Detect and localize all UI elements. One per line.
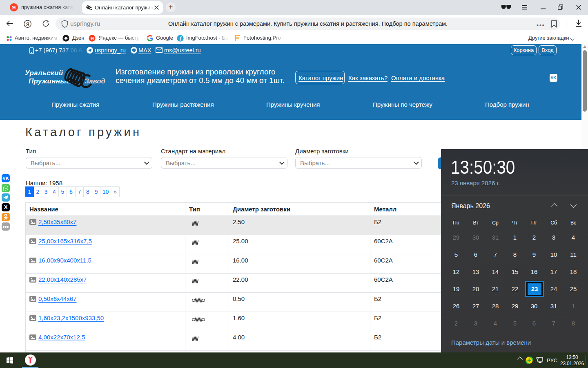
svg-text:Я: Я [26, 22, 29, 27]
svg-text:Я: Я [91, 36, 94, 41]
